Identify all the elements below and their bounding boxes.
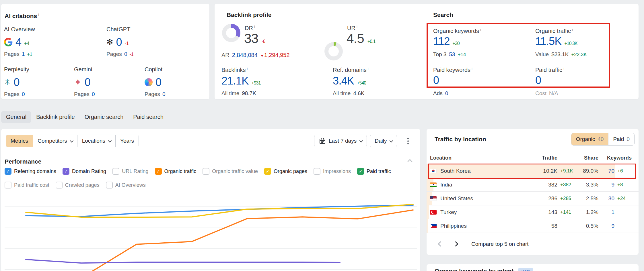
location-name[interactable]: Philippines <box>430 223 526 229</box>
search-title: Search <box>433 11 453 18</box>
top3-value[interactable]: 53 <box>449 51 455 58</box>
traffic-trend: +285 <box>557 196 573 201</box>
info-icon[interactable]: i <box>368 66 369 70</box>
pages-value[interactable]: 0 <box>22 91 25 97</box>
keywords-value[interactable]: 30 <box>598 195 614 202</box>
location-row-turkey[interactable]: Turkey143+1411.2%1 <box>427 205 639 219</box>
tab-backlink-profile[interactable]: Backlink profile <box>31 111 80 123</box>
checkbox-icon[interactable] <box>5 182 11 188</box>
pages-value[interactable]: 1 <box>22 51 25 57</box>
paid-keywords-value[interactable]: 0 <box>433 74 439 87</box>
info-icon[interactable]: i <box>480 27 481 32</box>
filter-locations-button[interactable]: Locations <box>77 135 116 147</box>
toggle-organic[interactable]: Organic 40 <box>571 133 608 145</box>
checkbox-icon[interactable] <box>106 182 113 188</box>
tab-organic-search[interactable]: Organic search <box>80 111 129 123</box>
paid-traffic-value[interactable]: 0 <box>535 74 541 87</box>
checkbox-icon[interactable]: ✓ <box>357 168 364 175</box>
checkbox-label: Organic traffic <box>164 168 196 174</box>
checkbox-label: Domain Rating <box>72 168 106 174</box>
location-row-united-states[interactable]: United States286+2852.5%30+24 <box>427 192 639 205</box>
location-row-philippines[interactable]: Philippines580.5%9 <box>427 219 639 233</box>
info-icon[interactable]: i <box>572 27 573 32</box>
ads-value[interactable]: 0 <box>445 90 448 97</box>
metric-checkbox-url-rating[interactable]: URL Rating <box>112 168 148 175</box>
keywords-trend: +24 <box>614 196 632 201</box>
granularity-button[interactable]: Daily <box>370 135 397 147</box>
filter-metrics-button[interactable]: Metrics <box>6 135 33 147</box>
location-name[interactable]: Turkey <box>430 209 526 215</box>
ai-citations-value[interactable]: 0 <box>13 76 19 89</box>
keywords-value[interactable]: 9 <box>598 223 614 229</box>
checkbox-icon[interactable] <box>56 182 63 188</box>
metric-checkbox-paid-traffic[interactable]: ✓Paid traffic <box>357 168 391 175</box>
metric-checkbox-impressions[interactable]: Impressions <box>314 168 351 175</box>
next-page-icon[interactable] <box>453 241 458 246</box>
info-icon[interactable]: i <box>247 66 248 70</box>
checkbox-icon[interactable]: ✓ <box>155 168 162 175</box>
info-icon[interactable]: i <box>472 66 472 70</box>
metric-checkbox-crawled-pages[interactable]: Crawled pages <box>56 182 100 188</box>
checkbox-icon[interactable] <box>314 168 320 175</box>
chevron-down-icon <box>70 139 73 142</box>
checkbox-icon[interactable]: ✓ <box>264 168 271 175</box>
checkbox-icon[interactable]: ✓ <box>5 168 11 175</box>
pages-value[interactable]: 0 <box>92 91 95 97</box>
chart-filter-group: Metrics Competitors Locations Years <box>6 135 139 147</box>
metric-checkbox-organic-pages[interactable]: ✓Organic pages <box>264 168 307 175</box>
chatgpt-icon: ✻ <box>106 38 113 46</box>
ai-citations-trend: -1 <box>125 41 129 46</box>
tab-label: Organic search <box>85 114 124 120</box>
checkbox-icon[interactable] <box>203 168 209 175</box>
more-options-kebab-icon[interactable] <box>406 137 410 146</box>
ar-value[interactable]: 2,848,084 <box>232 52 258 58</box>
ai-citations-value[interactable]: 0 <box>85 76 90 89</box>
traffic-value: 58 <box>526 223 557 229</box>
ref-domains-value[interactable]: 3.4K +540 <box>333 75 366 87</box>
filter-competitors-button[interactable]: Competitors <box>33 135 77 147</box>
keywords-value[interactable]: 1 <box>598 209 614 215</box>
organic-keywords-value[interactable]: 112 +30 <box>433 35 460 48</box>
report-tab-bar: General Backlink profile Organic search … <box>1 111 168 123</box>
organic-traffic-trend: +10.3K <box>564 41 577 46</box>
organic-traffic-value[interactable]: 11.5K +10.3K <box>535 35 577 48</box>
ai-citations-value[interactable]: 4 <box>15 36 21 48</box>
info-icon[interactable]: i <box>357 24 357 29</box>
checkbox-icon[interactable]: ✓ <box>63 168 69 175</box>
metric-checkbox-referring-domains[interactable]: ✓Referring domains <box>5 168 56 175</box>
checkbox-icon[interactable] <box>112 168 119 175</box>
tab-general[interactable]: General <box>1 111 31 123</box>
location-name[interactable]: United States <box>430 195 526 202</box>
info-icon[interactable]: i <box>563 66 564 70</box>
pages-value[interactable]: 0 <box>162 91 166 97</box>
previous-page-icon[interactable] <box>438 241 443 246</box>
toggle-paid[interactable]: Paid 0 <box>608 133 634 145</box>
compare-top5-link[interactable]: Compare top 5 on chart <box>471 241 529 247</box>
metric-checkbox-paid-traffic-cost[interactable]: Paid traffic cost <box>5 182 49 188</box>
backlinks-value[interactable]: 21.1K +931 <box>221 75 260 87</box>
keywords-value[interactable]: 70 <box>598 168 614 174</box>
tab-label: Paid search <box>133 114 164 120</box>
location-name[interactable]: South Korea <box>430 168 526 174</box>
filter-years-button[interactable]: Years <box>116 135 139 147</box>
info-icon[interactable]: i <box>38 12 39 17</box>
keywords-value[interactable]: 9 <box>598 182 614 188</box>
ai-citations-value[interactable]: 0 <box>116 36 122 48</box>
ai-citations-value[interactable]: 0 <box>155 76 161 89</box>
info-icon[interactable]: i <box>254 24 255 29</box>
metric-checkbox-organic-traffic[interactable]: ✓Organic traffic <box>155 168 196 175</box>
collapse-section-icon[interactable] <box>408 159 413 164</box>
metric-checkbox-ai-overviews[interactable]: AI Overviews <box>106 182 146 188</box>
location-row-india[interactable]: India382+3823.3%9+8 <box>427 178 639 192</box>
tab-paid-search[interactable]: Paid search <box>128 111 168 123</box>
checkbox-label: Organic traffic value <box>212 168 258 174</box>
pages-value[interactable]: 0 <box>124 51 127 57</box>
pages-label: Pages <box>106 51 122 57</box>
location-name[interactable]: India <box>430 182 526 188</box>
metric-checkbox-organic-traffic-value[interactable]: Organic traffic value <box>203 168 258 175</box>
location-row-south-korea[interactable]: South Korea10.2K+9.1K89.0%70+6 <box>427 164 639 178</box>
ai-citations-title-text: AI citations <box>5 13 37 19</box>
date-range-button[interactable]: Last 7 days <box>314 135 367 147</box>
performance-title: Performance <box>5 158 41 165</box>
metric-checkbox-domain-rating[interactable]: ✓Domain Rating <box>63 168 106 175</box>
